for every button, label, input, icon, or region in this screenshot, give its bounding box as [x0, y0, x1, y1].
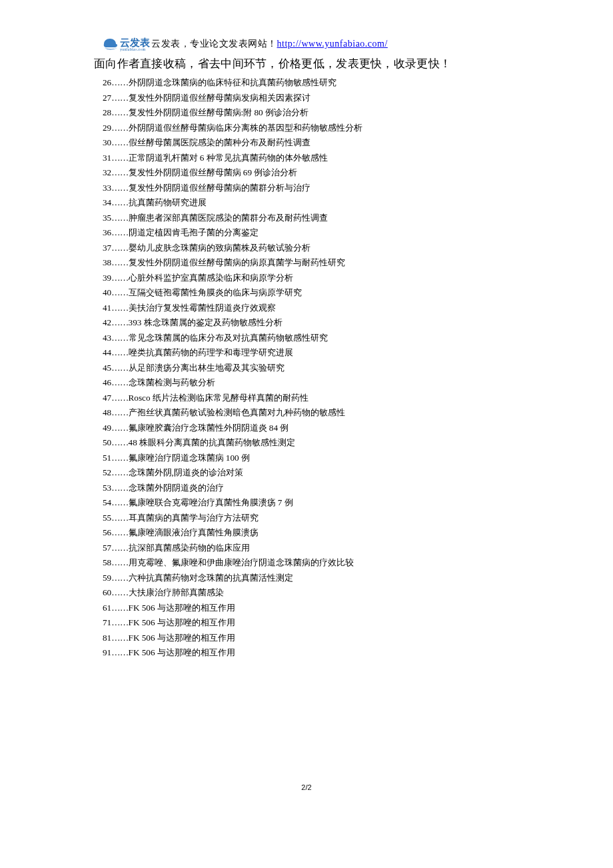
- toc-leader-dots: ……: [111, 137, 128, 147]
- toc-num: 26: [103, 77, 111, 87]
- toc-item: 31……正常阴道乳杆菌对 6 种常见抗真菌药物的体外敏感性: [103, 151, 513, 166]
- toc-item: 58……用克霉唑、氟康唑和伊曲康唑治疗阴道念珠菌病的疗效比较: [103, 555, 513, 571]
- toc-leader-dots: ……: [111, 363, 128, 373]
- toc-leader-dots: ……: [111, 227, 128, 237]
- toc-title: FK 506 与达那唑的相互作用: [129, 633, 235, 643]
- toc-leader-dots: ……: [111, 543, 128, 553]
- toc-title: 肿瘤患者深部真菌医院感染的菌群分布及耐药性调查: [129, 213, 328, 223]
- toc-num: 71: [103, 617, 111, 627]
- toc-leader-dots: ……: [111, 377, 128, 387]
- toc-num: 27: [103, 93, 111, 103]
- toc-title: 念珠菌检测与药敏分析: [129, 377, 215, 387]
- toc-num: 40: [103, 287, 111, 297]
- toc-num: 57: [103, 543, 111, 553]
- toc-leader-dots: ……: [111, 243, 128, 253]
- toc-num: 42: [103, 317, 111, 327]
- toc-title: 复发性外阴阴道假丝酵母菌病的病原真菌学与耐药性研究: [129, 257, 345, 267]
- toc-num: 39: [103, 273, 111, 283]
- toc-leader-dots: ……: [111, 183, 128, 193]
- toc-num: 33: [103, 183, 111, 193]
- toc-item: 28……复发性外阴阴道假丝酵母菌病:附 80 例诊治分析: [103, 105, 513, 121]
- toc-title: 48 株眼科分离真菌的抗真菌药物敏感性测定: [129, 437, 295, 447]
- toc-num: 38: [103, 257, 111, 267]
- toc-leader-dots: ……: [111, 213, 128, 223]
- toc-num: 52: [103, 467, 111, 477]
- logo-cn-text: 云发表: [120, 37, 150, 47]
- toc-item: 71……FK 506 与达那唑的相互作用: [103, 615, 513, 631]
- toc-title: 念珠菌外阴阴道炎的治疗: [129, 483, 224, 493]
- toc-num: 45: [103, 363, 111, 373]
- toc-item: 37……婴幼儿皮肤念珠菌病的致病菌株及药敏试验分析: [103, 241, 513, 256]
- toc-leader-dots: ……: [111, 617, 128, 627]
- toc-title: 心脏外科监护室真菌感染临床和病原学分析: [129, 273, 293, 283]
- toc-item: 40……互隔交链孢霉菌性角膜炎的临床与病原学研究: [103, 285, 513, 301]
- toc-num: 49: [103, 423, 111, 433]
- toc-leader-dots: ……: [111, 93, 128, 103]
- toc-leader-dots: ……: [111, 633, 128, 643]
- toc-title: 外阴阴道念珠菌病的临床特征和抗真菌药物敏感性研究: [129, 77, 336, 87]
- toc-title: 复发性外阴阴道假丝酵母菌病 69 例诊治分析: [129, 167, 298, 177]
- toc-leader-dots: ……: [111, 153, 128, 163]
- toc-num: 28: [103, 107, 111, 117]
- toc-item: 32……复发性外阴阴道假丝酵母菌病 69 例诊治分析: [103, 165, 513, 181]
- toc-item: 34……抗真菌药物研究进展: [103, 195, 513, 211]
- toc-num: 51: [103, 453, 111, 463]
- toc-num: 50: [103, 437, 111, 447]
- toc-title: 假丝酵母菌属医院感染的菌种分布及耐药性调查: [129, 137, 310, 147]
- toc-item: 59……六种抗真菌药物对念珠菌的抗真菌活性测定: [103, 571, 513, 586]
- toc-leader-dots: ……: [111, 287, 128, 297]
- toc-leader-dots: ……: [111, 407, 128, 417]
- toc-title: 氟康唑联合克霉唑治疗真菌性角膜溃疡 7 例: [129, 497, 293, 507]
- toc-item: 30……假丝酵母菌属医院感染的菌种分布及耐药性调查: [103, 135, 513, 151]
- toc-item: 46……念珠菌检测与药敏分析: [103, 375, 513, 391]
- toc-title: 常见念珠菌属的临床分布及对抗真菌药物敏感性研究: [129, 333, 328, 343]
- toc-item: 52……念珠菌外阴,阴道炎的诊治对策: [103, 465, 513, 481]
- toc-num: 55: [103, 513, 111, 523]
- toc-item: 49……氟康唑胶囊治疗念珠菌性外阴阴道炎 84 例: [103, 421, 513, 436]
- toc-title: 正常阴道乳杆菌对 6 种常见抗真菌药物的体外敏感性: [129, 153, 328, 163]
- toc-item: 39……心脏外科监护室真菌感染临床和病原学分析: [103, 271, 513, 286]
- toc-leader-dots: ……: [111, 257, 128, 267]
- toc-leader-dots: ……: [111, 603, 128, 613]
- toc-title: 外阴阴道假丝酵母菌病临床分离株的基因型和药物敏感性分析: [129, 123, 362, 133]
- toc-title: 唑类抗真菌药物的药理学和毒理学研究进展: [129, 347, 293, 357]
- toc-item: 54……氟康唑联合克霉唑治疗真菌性角膜溃疡 7 例: [103, 495, 513, 511]
- toc-item: 57……抗深部真菌感染药物的临床应用: [103, 541, 513, 556]
- toc-title: 从足部溃疡分离出林生地霉及其实验研究: [129, 363, 285, 373]
- toc-num: 56: [103, 527, 111, 537]
- toc-title: 氟康唑治疗阴道念珠菌病 100 例: [129, 453, 250, 463]
- toc-item: 36……阴道定植因肯毛孢子菌的分离鉴定: [103, 225, 513, 241]
- toc-title: 产孢丝状真菌药敏试验检测暗色真菌对九种药物的敏感性: [129, 407, 345, 417]
- logo-text: 云发表 yunfabiao.com: [120, 37, 150, 51]
- toc-title: 婴幼儿皮肤念珠菌病的致病菌株及药敏试验分析: [129, 243, 310, 253]
- toc-item: 29……外阴阴道假丝酵母菌病临床分离株的基因型和药物敏感性分析: [103, 121, 513, 136]
- toc-title: 用克霉唑、氟康唑和伊曲康唑治疗阴道念珠菌病的疗效比较: [129, 557, 354, 567]
- toc-num: 41: [103, 303, 111, 313]
- toc-leader-dots: ……: [111, 453, 128, 463]
- site-link[interactable]: http://www.yunfabiao.com/: [277, 39, 388, 49]
- toc-leader-dots: ……: [111, 273, 128, 283]
- toc-item: 60……大扶康治疗肺部真菌感染: [103, 585, 513, 601]
- toc-item: 38……复发性外阴阴道假丝酵母菌病的病原真菌学与耐药性研究: [103, 255, 513, 271]
- toc-leader-dots: ……: [111, 167, 128, 177]
- toc-item: 61……FK 506 与达那唑的相互作用: [103, 601, 513, 616]
- toc-title: 耳真菌病的真菌学与治疗方法研究: [129, 513, 259, 523]
- toc-title: 美扶治疗复发性霉菌性阴道炎疗效观察: [129, 303, 276, 313]
- toc-leader-dots: ……: [111, 347, 128, 357]
- toc-item: 56……氟康唑滴眼液治疗真菌性角膜溃疡: [103, 525, 513, 541]
- toc-leader-dots: ……: [111, 497, 128, 507]
- toc-num: 47: [103, 393, 111, 403]
- toc-item: 41……美扶治疗复发性霉菌性阴道炎疗效观察: [103, 301, 513, 316]
- header-subhead: 面向作者直接收稿，省去中间环节，价格更低，发表更快，收录更快！: [94, 57, 513, 71]
- toc-num: 58: [103, 557, 111, 567]
- toc-item: 27……复发性外阴阴道假丝酵母菌病发病相关因素探讨: [103, 91, 513, 106]
- toc-leader-dots: ……: [111, 423, 128, 433]
- toc-item: 55……耳真菌病的真菌学与治疗方法研究: [103, 511, 513, 526]
- toc-title: 复发性外阴阴道假丝酵母菌病的菌群分析与治疗: [129, 183, 310, 193]
- toc-num: 53: [103, 483, 111, 493]
- toc-num: 43: [103, 333, 111, 343]
- toc-leader-dots: ……: [111, 513, 128, 523]
- toc-title: FK 506 与达那唑的相互作用: [129, 603, 235, 613]
- toc-item: 50……48 株眼科分离真菌的抗真菌药物敏感性测定: [103, 435, 513, 451]
- toc-list: 26……外阴阴道念珠菌病的临床特征和抗真菌药物敏感性研究27……复发性外阴阴道假…: [103, 75, 513, 661]
